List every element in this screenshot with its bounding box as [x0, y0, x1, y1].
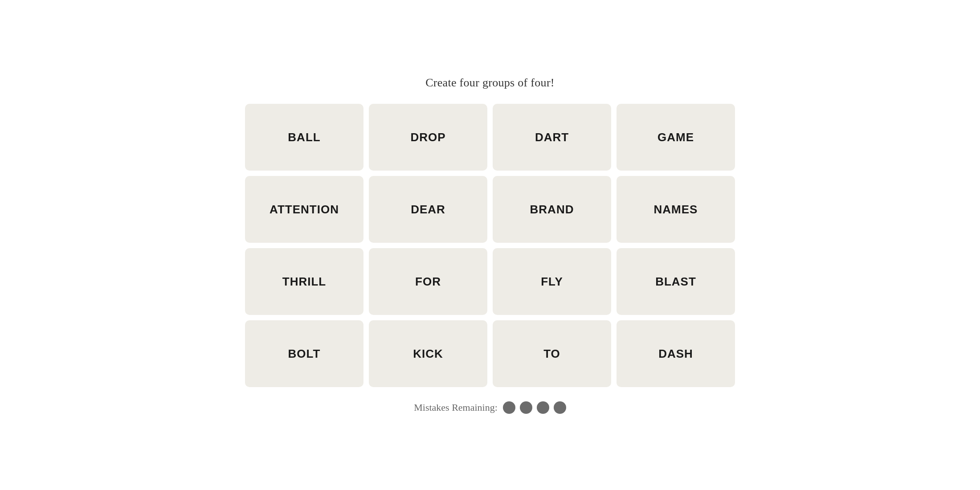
word-grid: BALLDROPDARTGAMEATTENTIONDEARBRANDNAMEST…: [245, 104, 735, 387]
mistake-dot-3: [537, 401, 549, 414]
word-card-dart[interactable]: DART: [493, 104, 611, 171]
word-card-game[interactable]: GAME: [617, 104, 735, 171]
word-card-for[interactable]: FOR: [369, 248, 487, 315]
word-label-drop: DROP: [410, 131, 445, 144]
word-card-to[interactable]: TO: [493, 320, 611, 387]
word-label-dash: DASH: [658, 347, 693, 361]
word-label-names: NAMES: [654, 203, 698, 216]
word-label-thrill: THRILL: [282, 275, 326, 289]
dots-container: [503, 401, 566, 414]
word-label-to: TO: [543, 347, 560, 361]
word-label-dear: DEAR: [411, 203, 445, 216]
word-label-ball: BALL: [288, 131, 320, 144]
word-label-game: GAME: [657, 131, 694, 144]
mistake-dot-1: [503, 401, 515, 414]
word-label-attention: ATTENTION: [270, 203, 339, 216]
word-label-for: FOR: [415, 275, 441, 289]
word-card-dear[interactable]: DEAR: [369, 176, 487, 243]
mistake-dot-4: [554, 401, 566, 414]
word-label-bolt: BOLT: [288, 347, 321, 361]
word-card-blast[interactable]: BLAST: [617, 248, 735, 315]
game-subtitle: Create four groups of four!: [425, 76, 555, 90]
mistake-dot-2: [520, 401, 532, 414]
word-card-dash[interactable]: DASH: [617, 320, 735, 387]
word-card-names[interactable]: NAMES: [617, 176, 735, 243]
word-card-attention[interactable]: ATTENTION: [245, 176, 363, 243]
word-card-fly[interactable]: FLY: [493, 248, 611, 315]
word-label-fly: FLY: [541, 275, 563, 289]
game-container: Create four groups of four! BALLDROPDART…: [245, 76, 735, 414]
word-card-bolt[interactable]: BOLT: [245, 320, 363, 387]
word-card-thrill[interactable]: THRILL: [245, 248, 363, 315]
word-card-kick[interactable]: KICK: [369, 320, 487, 387]
word-label-brand: BRAND: [530, 203, 574, 216]
word-card-ball[interactable]: BALL: [245, 104, 363, 171]
word-card-drop[interactable]: DROP: [369, 104, 487, 171]
word-label-kick: KICK: [413, 347, 443, 361]
mistakes-area: Mistakes Remaining:: [414, 401, 566, 414]
word-label-dart: DART: [535, 131, 569, 144]
word-label-blast: BLAST: [655, 275, 696, 289]
word-card-brand[interactable]: BRAND: [493, 176, 611, 243]
mistakes-label: Mistakes Remaining:: [414, 402, 498, 413]
